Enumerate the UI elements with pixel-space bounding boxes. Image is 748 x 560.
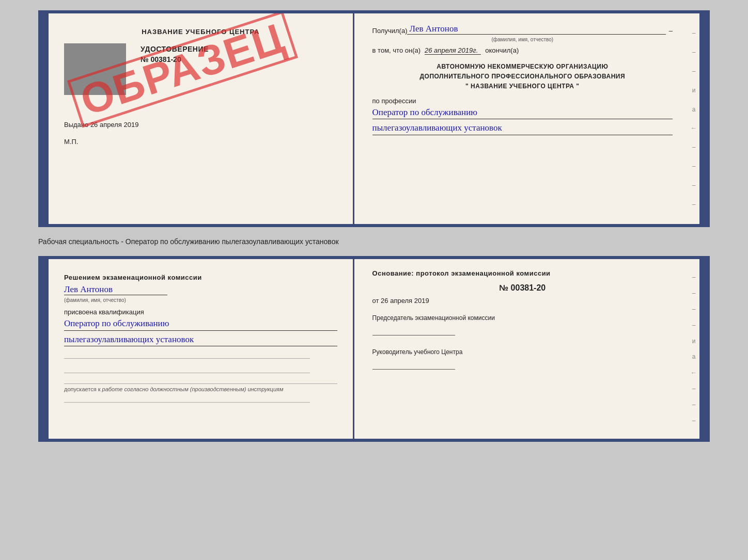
org-block: АВТОНОМНУЮ НЕКОММЕРЧЕСКУЮ ОРГАНИЗАЦИЮ ДО… — [372, 62, 673, 92]
director-label: Руководитель учебного Центра — [372, 348, 673, 357]
blank-line-1 — [64, 348, 310, 359]
right-spine-bottom — [699, 259, 707, 439]
left-spine-bottom — [41, 259, 49, 439]
received-label: Получил(а) — [372, 27, 408, 35]
allowed-line: допускается к работе согласно должностны… — [64, 383, 337, 392]
org-line2: ДОПОЛНИТЕЛЬНОГО ПРОФЕССИОНАЛЬНОГО ОБРАЗО… — [372, 72, 673, 82]
profession-line1: Оператор по обслуживанию — [372, 106, 673, 120]
protocol-number: № 00381-20 — [372, 283, 673, 293]
date-completed-line: в том, что он(а) 26 апреля 2019г. окончи… — [372, 46, 673, 55]
left-spine — [41, 13, 49, 224]
org-line3: " НАЗВАНИЕ УЧЕБНОГО ЦЕНТРА " — [372, 82, 673, 91]
center-name-top: НАЗВАНИЕ УЧЕБНОГО ЦЕНТРА — [64, 28, 337, 36]
right-spine-top — [699, 13, 707, 224]
profession-line2: пылегазоулавливающих установок — [372, 121, 673, 135]
protocol-date: от 26 апреля 2019 — [372, 297, 673, 305]
cert-issued-line: Выдано 26 апреля 2019 — [64, 121, 337, 129]
chairman-label: Председатель экзаменационной комиссии — [372, 314, 673, 323]
person-name-blue: Лев Антонов — [64, 284, 167, 295]
bottom-left-page: Решением экзаменационной комиссии Лев Ан… — [49, 259, 354, 439]
org-line1: АВТОНОМНУЮ НЕКОММЕРЧЕСКУЮ ОРГАНИЗАЦИЮ — [372, 62, 673, 72]
qualification-label: присвоена квалификация — [64, 308, 337, 316]
allowed-prefix: допускается к — [64, 386, 101, 392]
completed-label: окончил(а) — [485, 46, 519, 54]
right-side-dashes-top: – – – и а ← – – – – — [688, 13, 699, 224]
fio-sublabel-top: (фамилия, имя, отчество) — [372, 37, 673, 42]
protocol-date-prefix: от — [372, 297, 379, 305]
recipient-name: Лев Антонов — [407, 24, 665, 35]
recipient-line: Получил(а) Лев Антонов – — [372, 24, 673, 35]
bottom-right-page: Основание: протокол экзаменационной коми… — [354, 259, 688, 439]
separator-text: Рабочая специальность - Оператор по обсл… — [38, 233, 710, 250]
cert-right-page: Получил(а) Лев Антонов – (фамилия, имя, … — [354, 13, 688, 224]
fio-sublabel-bottom: (фамилия, имя, отчество) — [64, 297, 337, 303]
profession-label: по профессии — [372, 97, 673, 105]
decision-title: Решением экзаменационной комиссии — [64, 274, 337, 281]
issued-date: 26 апреля 2019 — [90, 121, 139, 129]
bottom-certificate-spread: Решением экзаменационной комиссии Лев Ан… — [38, 256, 710, 442]
cert-doc-title: УДОСТОВЕРЕНИЕ — [141, 45, 337, 53]
basis-label: Основание: протокол экзаменационной коми… — [372, 269, 673, 277]
right-side-dashes-bottom: – – – – и а ← – – – — [688, 259, 699, 439]
allowed-text: работе согласно должностным (производств… — [102, 386, 284, 392]
document-container: НАЗВАНИЕ УЧЕБНОГО ЦЕНТРА УДОСТОВЕРЕНИЕ №… — [38, 10, 710, 442]
chairman-signature-line — [372, 335, 455, 335]
protocol-date-value: 26 апреля 2019 — [381, 297, 429, 305]
cert-photo-placeholder — [64, 43, 126, 95]
blank-line-2 — [64, 363, 310, 373]
cert-mp: М.П. — [64, 138, 337, 146]
cert-left-page: НАЗВАНИЕ УЧЕБНОГО ЦЕНТРА УДОСТОВЕРЕНИЕ №… — [49, 13, 354, 224]
date-line-prefix: в том, что он(а) — [372, 46, 420, 54]
blank-line-3 — [64, 392, 310, 403]
qualification-line2: пылегазоулавливающих установок — [64, 333, 337, 347]
director-signature-line — [372, 369, 455, 370]
bottom-person-name: Лев Антонов — [64, 284, 337, 296]
qualification-line1: Оператор по обслуживанию — [64, 317, 337, 331]
date-value: 26 апреля 2019г. — [425, 46, 481, 55]
top-certificate-spread: НАЗВАНИЕ УЧЕБНОГО ЦЕНТРА УДОСТОВЕРЕНИЕ №… — [38, 10, 710, 227]
issued-label: Выдано — [64, 121, 88, 129]
cert-doc-number: № 00381-20 — [141, 55, 337, 63]
